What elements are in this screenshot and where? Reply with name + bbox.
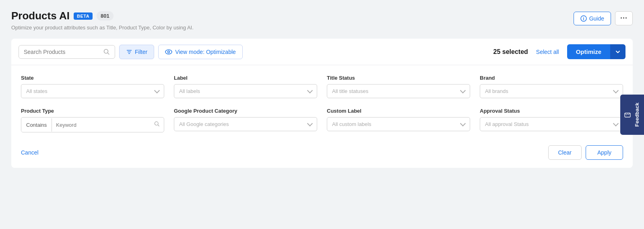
state-filter-group: State All states — [21, 75, 164, 98]
svg-point-7 — [165, 50, 172, 54]
search-icon — [103, 49, 110, 55]
header-left: Products AI BETA 801 Optimize your produ… — [11, 10, 194, 31]
approval-status-select[interactable]: All approval Status — [480, 117, 623, 131]
view-mode-button[interactable]: View mode: Optimizable — [158, 45, 243, 59]
title-row: Products AI BETA 801 — [11, 10, 194, 22]
label-filter-group: Label All labels — [174, 75, 317, 98]
custom-label-label: Custom Label — [327, 108, 470, 114]
brand-select[interactable]: All brands — [480, 84, 623, 98]
custom-label-select[interactable]: All custom labels — [327, 117, 470, 131]
select-all-button[interactable]: Select all — [532, 46, 563, 58]
filter-footer: Cancel Clear Apply — [21, 142, 623, 160]
filter-button[interactable]: Filter — [119, 45, 154, 59]
product-type-filter-group: Product Type Contains — [21, 108, 164, 132]
product-type-label: Product Type — [21, 108, 164, 114]
feedback-tab[interactable]: Feedback — [620, 95, 644, 135]
google-category-filter-group: Google Product Category All Google categ… — [174, 108, 317, 132]
filter-row-2: Product Type Contains Google Product Cat… — [21, 108, 623, 132]
chevron-down-icon — [613, 87, 619, 93]
svg-point-8 — [168, 51, 170, 53]
chevron-down-icon — [460, 120, 466, 126]
search-box[interactable] — [19, 45, 115, 59]
toolbar: Filter View mode: Optimizable 25 selecte… — [11, 39, 633, 65]
selected-count: 25 selected — [493, 48, 528, 56]
eye-icon — [165, 49, 172, 55]
approval-status-label: Approval Status — [480, 108, 623, 114]
contains-label: Contains — [21, 118, 52, 132]
chevron-down-icon — [307, 120, 313, 126]
google-category-label: Google Product Category — [174, 108, 317, 114]
page-title: Products AI — [11, 10, 70, 22]
search-icon — [150, 118, 164, 132]
info-icon: i — [580, 15, 587, 22]
title-status-label: Title Status — [327, 75, 470, 81]
guide-button[interactable]: i Guide — [574, 12, 611, 25]
filter-label: Filter — [135, 49, 147, 55]
product-type-input[interactable] — [52, 118, 150, 132]
svg-rect-11 — [625, 113, 630, 117]
page-subtitle: Optimize your product attributes such as… — [11, 25, 194, 31]
chevron-down-icon — [615, 49, 621, 55]
chevron-down-icon — [154, 87, 160, 93]
svg-text:i: i — [583, 17, 584, 21]
brand-label: Brand — [480, 75, 623, 81]
search-input[interactable] — [24, 49, 100, 55]
beta-badge: BETA — [74, 12, 93, 20]
state-label: State — [21, 75, 164, 81]
chevron-down-icon — [307, 87, 313, 93]
header-right: i Guide ··· — [574, 11, 633, 25]
svg-line-10 — [158, 125, 159, 126]
custom-label-filter-group: Custom Label All custom labels — [327, 108, 470, 132]
filter-row-1: State All states Label All labels Title … — [21, 75, 623, 98]
brand-filter-group: Brand All brands — [480, 75, 623, 98]
page-header: Products AI BETA 801 Optimize your produ… — [11, 10, 633, 31]
state-select[interactable]: All states — [21, 84, 164, 98]
optimize-dropdown-button[interactable] — [610, 44, 625, 59]
chevron-down-icon — [613, 120, 619, 126]
feedback-icon — [624, 111, 631, 118]
optimize-button[interactable]: Optimize — [567, 44, 610, 59]
label-label: Label — [174, 75, 317, 81]
label-select[interactable]: All labels — [174, 84, 317, 98]
title-status-filter-group: Title Status All title statuses — [327, 75, 470, 98]
product-type-input-row: Contains — [21, 117, 164, 132]
apply-button[interactable]: Apply — [586, 145, 623, 160]
cancel-button[interactable]: Cancel — [21, 147, 39, 158]
google-category-select[interactable]: All Google categories — [174, 117, 317, 131]
more-options-button[interactable]: ··· — [615, 11, 633, 25]
view-mode-label: View mode: Optimizable — [175, 49, 236, 55]
clear-button[interactable]: Clear — [548, 145, 582, 160]
optimize-btn-group: Optimize — [567, 44, 625, 59]
filter-icon — [126, 49, 132, 55]
feedback-label: Feedback — [634, 103, 640, 127]
filter-panel: State All states Label All labels Title … — [11, 65, 633, 168]
title-status-select[interactable]: All title statuses — [327, 84, 470, 98]
chevron-down-icon — [460, 87, 466, 93]
product-count-badge: 801 — [97, 11, 114, 21]
svg-line-3 — [108, 53, 109, 54]
approval-status-filter-group: Approval Status All approval Status — [480, 108, 623, 132]
footer-actions: Clear Apply — [548, 145, 623, 160]
